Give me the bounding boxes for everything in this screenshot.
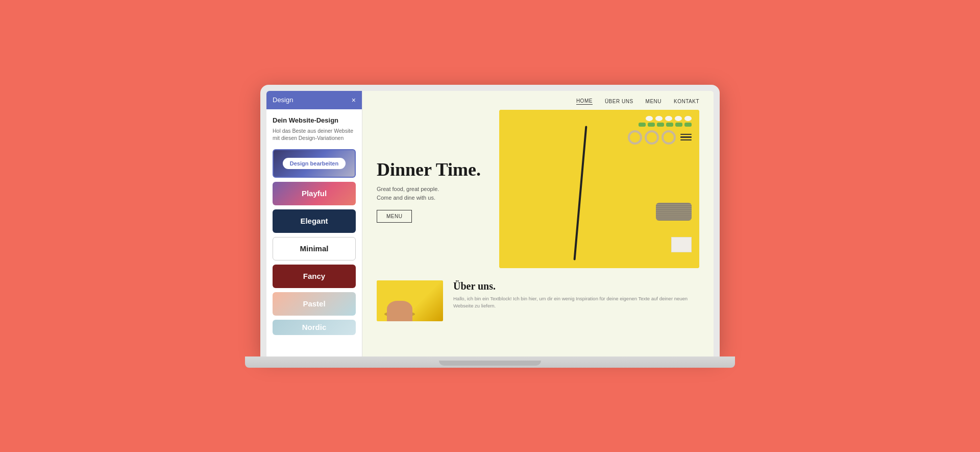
onion-1: [628, 130, 642, 145]
hand-decoration: [387, 301, 412, 321]
laptop-notch: [439, 361, 541, 366]
seeds-decoration: [671, 237, 692, 252]
design-card-elegant[interactable]: Elegant: [273, 209, 356, 233]
food-background: [499, 110, 699, 268]
onion-3: [662, 130, 676, 145]
design-card-playful[interactable]: Playful: [273, 182, 356, 205]
design-card-fancy[interactable]: Fancy: [273, 265, 356, 288]
lines-decoration: [680, 130, 692, 145]
hero-cta-button[interactable]: MENU: [377, 210, 412, 223]
egg-2: [655, 116, 663, 121]
panel-body: Dein Website-Design Hol das Beste aus de…: [266, 109, 362, 356]
panel-title: Design: [273, 96, 293, 104]
about-title: Über uns.: [453, 280, 699, 292]
hero-subtitle-line2: Come and dine with us.: [377, 195, 435, 201]
green-2: [648, 123, 655, 127]
nav-item-menu[interactable]: MENU: [646, 99, 662, 104]
design-bearbeiten-button[interactable]: Design bearbeiten: [283, 158, 346, 169]
laptop-container: Design × Dein Website-Design Hol das Bes…: [260, 85, 720, 368]
design-card-pastel[interactable]: Pastel: [273, 292, 356, 316]
food-items-group: [628, 116, 692, 145]
panel-header: Design ×: [266, 91, 362, 109]
nav-item-home[interactable]: HOME: [576, 98, 593, 105]
nav-item-about[interactable]: ÜBER UNS: [605, 99, 633, 104]
nav-item-contact[interactable]: KONTAKT: [674, 99, 699, 104]
green-6: [684, 123, 692, 127]
line-1: [680, 134, 692, 135]
eggs-row: [628, 116, 692, 121]
about-section: Über uns. Hallo, ich bin ein Textblock! …: [362, 273, 714, 328]
hero-subtitle-line1: Great food, great people.: [377, 186, 439, 192]
line-2: [680, 136, 692, 138]
egg-4: [675, 116, 682, 121]
egg-1: [646, 116, 653, 121]
green-5: [675, 123, 682, 127]
laptop-screen: Design × Dein Website-Design Hol das Bes…: [266, 91, 714, 356]
about-body: Hallo, ich bin ein Textblock! Ich bin hi…: [453, 295, 699, 310]
about-text-block: Über uns. Hallo, ich bin ein Textblock! …: [453, 280, 699, 310]
knife-decoration: [573, 126, 587, 260]
onion-2: [645, 130, 659, 145]
screen-bezel: Design × Dein Website-Design Hol das Bes…: [260, 85, 720, 356]
about-img-bg: [377, 280, 443, 321]
about-image: [377, 280, 443, 321]
noodle-decoration: [656, 203, 692, 221]
hero-title: Dinner Time.: [377, 160, 489, 180]
playful-label: Playful: [302, 189, 327, 198]
pastel-label: Pastel: [303, 299, 325, 308]
fancy-label: Fancy: [303, 272, 325, 280]
design-card-nordic[interactable]: Nordic: [273, 320, 356, 335]
green-1: [639, 123, 646, 127]
egg-5: [684, 116, 692, 121]
elegant-label: Elegant: [300, 217, 328, 225]
green-3: [657, 123, 664, 127]
section-desc: Hol das Beste aus deiner Website mit die…: [273, 127, 356, 142]
design-panel: Design × Dein Website-Design Hol das Bes…: [266, 91, 362, 356]
line-3: [680, 139, 692, 141]
hero-text: Dinner Time. Great food, great people. C…: [377, 110, 499, 273]
website-nav: HOME ÜBER UNS MENU KONTAKT: [362, 91, 714, 110]
greens-row: [628, 123, 692, 127]
hero-section: Dinner Time. Great food, great people. C…: [362, 110, 714, 273]
close-icon[interactable]: ×: [352, 97, 356, 104]
minimal-label: Minimal: [300, 244, 329, 253]
design-card-selected[interactable]: Design bearbeiten: [273, 149, 356, 178]
egg-3: [665, 116, 672, 121]
section-title: Dein Website-Design: [273, 116, 356, 124]
onions-row: [628, 130, 692, 145]
laptop-base: [245, 356, 735, 368]
hero-food-image: [499, 110, 699, 268]
nordic-label: Nordic: [302, 323, 327, 331]
hero-subtitle: Great food, great people. Come and dine …: [377, 185, 489, 202]
green-4: [666, 123, 673, 127]
design-card-minimal[interactable]: Minimal: [273, 237, 356, 260]
website-preview: HOME ÜBER UNS MENU KONTAKT Dinner Time. …: [362, 91, 714, 356]
